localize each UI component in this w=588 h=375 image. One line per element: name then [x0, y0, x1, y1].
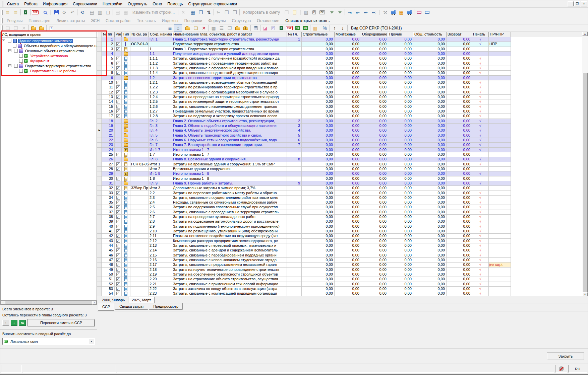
books-blue-icon[interactable]: [423, 9, 431, 16]
transfer-estimates-button[interactable]: Перенести сметы в ССР: [27, 319, 95, 326]
tree-checkbox[interactable]: [14, 64, 18, 68]
row-checkbox[interactable]: [116, 90, 120, 94]
save-icon[interactable]: [52, 9, 60, 16]
cut-icon[interactable]: ✂: [215, 9, 223, 16]
grid-row[interactable]: 28Итог 2Временные здания и сооружения.0,…: [97, 167, 582, 171]
doc-transfer-icon[interactable]: ❐: [197, 9, 205, 16]
grid-vertical-scrollbar[interactable]: ∧ ∨: [582, 32, 588, 296]
search-icon[interactable]: [41, 9, 49, 16]
period-tab-2025-март[interactable]: 2025, Март: [128, 297, 155, 303]
structure-tree-icon[interactable]: ≣: [166, 24, 174, 32]
grid-row[interactable]: 29ΣИт 1-8Итого по главам 1 - 80,000,000,…: [97, 171, 582, 176]
row-checkbox[interactable]: [116, 210, 120, 214]
view-tab-сср[interactable]: ССР: [98, 303, 114, 311]
tree-item[interactable]: Объекты подсобного и обслуживающего назн…: [1, 43, 97, 48]
grid-row[interactable]: 301-8Итого по главам 1 - 80,000,000,000,…: [97, 176, 582, 181]
tree-item[interactable]: Подготовка территории строительства: [1, 63, 97, 68]
book-icon[interactable]: ▥: [311, 24, 319, 32]
language-indicator[interactable]: RU: [568, 365, 587, 373]
undo-icon[interactable]: ↶: [68, 9, 76, 16]
grid-row[interactable]: 382.7Затраты на проведение пусконаладочн…: [97, 215, 582, 219]
period-tab-2000-январь[interactable]: 2000, Январь: [99, 297, 128, 303]
grid-row[interactable]: 432.12Компенсация расходов предприятиям …: [97, 239, 582, 243]
row-checkbox[interactable]: [116, 109, 120, 113]
indent-icon[interactable]: ⇤: [354, 9, 362, 16]
grid-row[interactable]: 151.2.6Затраты, связанные с изменением с…: [97, 104, 582, 109]
grid-row[interactable]: 522.21Затраты, связанные с применением т…: [97, 282, 582, 287]
move-up-icon[interactable]: ↑: [331, 24, 339, 32]
column-header-pr[interactable]: ПР/НПР: [489, 32, 511, 37]
norm-base-icon[interactable]: ▧: [302, 9, 310, 16]
row-checkbox[interactable]: [116, 258, 120, 262]
grid-row[interactable]: ▶20Гл. 4Глава 4. Объекты энергетического…: [97, 128, 582, 133]
column-header-abbr[interactable]: Сокр. наимен.: [149, 32, 172, 37]
row-checkbox[interactable]: [116, 162, 120, 166]
menu-структурные-справочники[interactable]: Структурные справочники: [185, 1, 240, 7]
grid-row[interactable]: 442.13Затраты, связанные с перевозкой оп…: [97, 243, 582, 248]
filter-clear-icon[interactable]: [336, 9, 344, 16]
menu-окно[interactable]: Окно: [150, 1, 165, 7]
grid-row[interactable]: 27ГСН 81-05Итог 1Затраты на временные зд…: [97, 162, 582, 167]
tools-icon[interactable]: ⚒: [381, 9, 389, 16]
row-checkbox[interactable]: [116, 268, 120, 272]
grid-row[interactable]: 141.2.5Затраты по инженерной защите терр…: [97, 99, 582, 104]
row-checkbox[interactable]: [116, 177, 120, 180]
folder-open-icon[interactable]: [234, 24, 242, 32]
scroll-down-icon[interactable]: ∨: [582, 292, 588, 296]
row-checkbox[interactable]: [116, 282, 120, 286]
row-checkbox[interactable]: [116, 253, 120, 257]
row-checkbox[interactable]: [116, 62, 120, 65]
home-icon[interactable]: ⌂: [174, 24, 182, 32]
help-icon[interactable]: ?: [47, 24, 55, 32]
pr-mode-icon[interactable]: ПР: [318, 9, 326, 16]
row-checkbox[interactable]: [116, 95, 120, 99]
grid-row[interactable]: 472.16Затраты, связанные с использование…: [97, 258, 582, 262]
xml-mz-icon[interactable]: МЗ: [301, 24, 309, 32]
tree-expander-icon[interactable]: [8, 64, 11, 67]
reload-document-icon[interactable]: ⟲: [78, 9, 86, 16]
books-pink-icon[interactable]: [415, 9, 423, 16]
open-windows-list-button[interactable]: Список открытых окон▾: [282, 18, 333, 24]
folder-sigma-icon[interactable]: [242, 24, 250, 32]
copy-icon[interactable]: ❐: [223, 9, 231, 16]
grid-row[interactable]: 18Гл. 2Глава 2. Основные объекты строите…: [97, 119, 582, 124]
grid-row[interactable]: 21Гл. 5Глава 5. Объекты транспортного хо…: [97, 133, 582, 138]
p-mode-icon[interactable]: P: [310, 9, 318, 16]
indent-add-icon[interactable]: ⇥: [346, 9, 354, 16]
grid-row[interactable]: 81.1.4Затраты, связанные с подготовкой д…: [97, 71, 582, 75]
view-tab-предпросмотр[interactable]: Предпросмотр: [149, 303, 183, 310]
row-checkbox[interactable]: [116, 287, 120, 291]
insert-target-combobox[interactable]: Локальных смет ▼: [2, 338, 95, 345]
params-icon[interactable]: ▦: [210, 24, 218, 32]
grid-row[interactable]: 41.1Получение исходных данных и условий …: [97, 52, 582, 56]
insert-comment-icon[interactable]: ❑: [104, 9, 112, 16]
row-checkbox[interactable]: [116, 225, 120, 228]
column-header-ind[interactable]: [97, 32, 102, 37]
grid-row[interactable]: 111.2.2Затраты по разминированию террито…: [97, 85, 582, 90]
tree-horizontal-scrollbar[interactable]: ‹ ›: [1, 300, 97, 305]
grid-row[interactable]: 502.19Затраты на обеспечение безопасност…: [97, 272, 582, 277]
new-estimate-icon[interactable]: ❏: [192, 24, 200, 32]
row-checkbox[interactable]: [116, 244, 120, 247]
column-header-c5[interactable]: Общ. стоимость: [413, 32, 447, 37]
move-up-button[interactable]: ↑: [2, 320, 9, 326]
row-checkbox[interactable]: [116, 248, 120, 252]
row-checkbox[interactable]: [116, 85, 120, 89]
grid-row[interactable]: 121.2.3Затраты, связанные с организацией…: [97, 90, 582, 95]
scroll-right-icon[interactable]: ›: [92, 301, 97, 305]
grid-row[interactable]: 131.2.4Затраты на проведение на территор…: [97, 95, 582, 99]
tree-item[interactable]: Основные объекты строительства: [1, 48, 97, 53]
row-checkbox[interactable]: [116, 47, 120, 51]
tree-checkbox[interactable]: [19, 54, 23, 58]
percent-icon[interactable]: %: [321, 24, 329, 32]
sort-rows-icon[interactable]: ⇅: [205, 9, 213, 16]
xml-pz-icon[interactable]: ПЗ: [293, 24, 301, 32]
column-header-icon[interactable]: Тип: [122, 32, 130, 37]
scroll-thumb[interactable]: [5, 301, 92, 305]
formula-icon[interactable]: F: [269, 24, 277, 32]
grid-row[interactable]: 362.5Затраты по содержанию спасательных …: [97, 205, 582, 210]
row-checkbox[interactable]: [116, 57, 120, 60]
column-header-n[interactable]: № пп: [102, 32, 115, 37]
menu-помощь[interactable]: Помощь: [165, 1, 185, 7]
insert-section-icon[interactable]: ▥: [96, 9, 104, 16]
